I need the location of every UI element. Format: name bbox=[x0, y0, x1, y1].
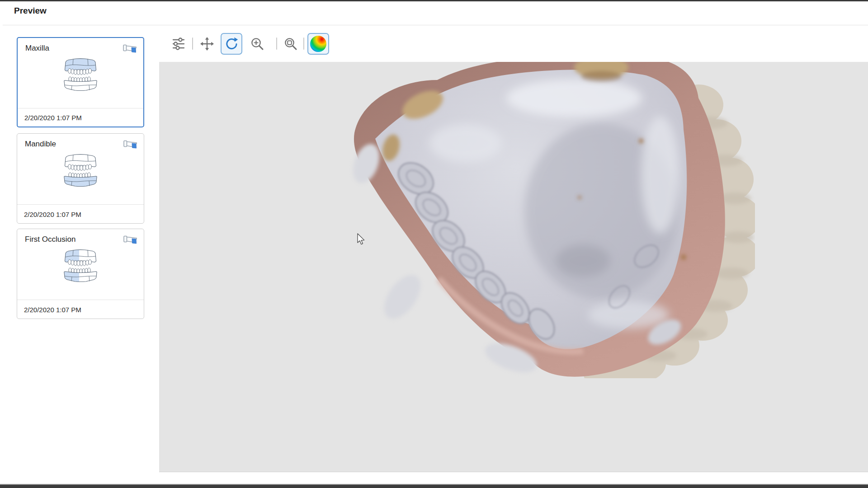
card-divider bbox=[17, 300, 144, 300]
scan-card-first-occlusion[interactable]: First Occlusion bbox=[17, 229, 144, 319]
card-divider bbox=[18, 108, 143, 108]
scan-card-maxilla[interactable]: Maxilla bbox=[17, 37, 144, 127]
jaw-illustration-lower-highlighted bbox=[58, 153, 103, 188]
rotate-icon bbox=[224, 36, 239, 52]
card-title: Maxilla bbox=[25, 44, 49, 53]
card-timestamp: 2/20/2020 1:07 PM bbox=[24, 114, 82, 122]
card-divider bbox=[17, 204, 144, 205]
color-map-tool-button[interactable] bbox=[307, 33, 329, 55]
jaw-illustration-left-half-highlighted bbox=[58, 248, 103, 283]
app-window: Preview Maxilla bbox=[0, 0, 868, 488]
color-map-sphere-icon bbox=[310, 36, 326, 52]
zoom-region-icon[interactable] bbox=[283, 36, 298, 52]
zoom-in-icon[interactable] bbox=[250, 36, 265, 52]
card-title: First Occlusion bbox=[25, 235, 75, 244]
jaw-illustration-upper-highlighted bbox=[58, 57, 103, 92]
scanner-icon bbox=[123, 138, 138, 150]
mouse-cursor bbox=[357, 233, 366, 247]
scan-card-mandible[interactable]: Mandible bbox=[17, 133, 144, 224]
toolbar-separator bbox=[192, 38, 193, 50]
pan-move-icon[interactable] bbox=[199, 36, 215, 52]
bottom-task-bar bbox=[0, 484, 868, 488]
top-edge-bar bbox=[0, 0, 868, 1]
scanner-icon bbox=[123, 42, 138, 54]
page-title: Preview bbox=[14, 6, 47, 16]
viewer-toolbar bbox=[159, 25, 868, 62]
card-timestamp: 2/20/2020 1:07 PM bbox=[24, 306, 81, 314]
adjust-sliders-icon[interactable] bbox=[171, 36, 186, 52]
card-title: Mandible bbox=[25, 140, 56, 149]
maxilla-scan-model bbox=[348, 62, 755, 378]
rotate-tool-button[interactable] bbox=[221, 33, 242, 55]
toolbar-separator bbox=[276, 38, 277, 50]
card-timestamp: 2/20/2020 1:07 PM bbox=[24, 211, 81, 218]
scanner-icon bbox=[123, 234, 138, 245]
3d-viewport[interactable] bbox=[159, 62, 868, 472]
toolbar-separator bbox=[303, 38, 304, 50]
